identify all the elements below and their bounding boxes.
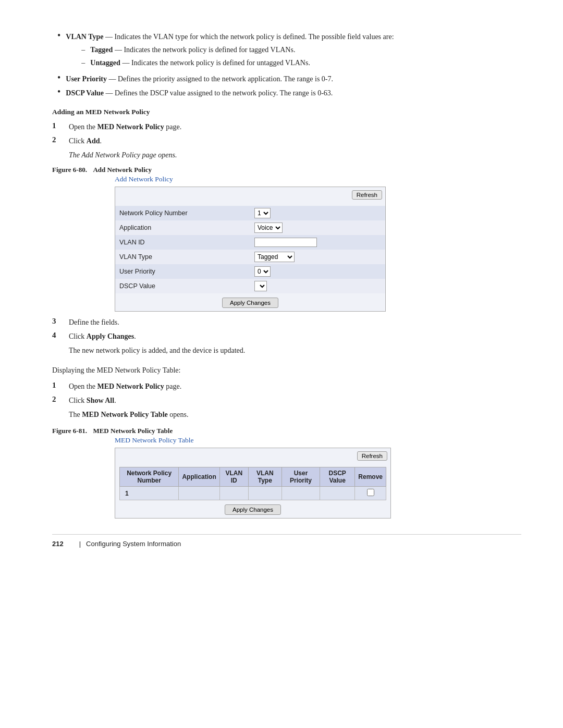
table-header-row: Network Policy Number Application VLAN I…: [120, 467, 386, 487]
col-remove: Remove: [355, 467, 386, 487]
remove-checkbox[interactable]: [367, 489, 374, 496]
bullet-dscp-value-text: DSCP Value — Defines the DSCP value assi…: [66, 88, 333, 98]
vlan-type-label: VLAN Type: [66, 33, 103, 41]
apply-changes-button-2[interactable]: Apply Changes: [225, 504, 281, 515]
vlan-type-form-label: VLAN Type: [115, 250, 250, 264]
col-dscp-value: DSCP Value: [320, 467, 355, 487]
add-policy-form-table: Network Policy Number 1 Application Voic…: [115, 206, 385, 293]
cell-dscp-value: [320, 487, 355, 500]
bullet-dot-3: •: [57, 87, 60, 97]
form-row-policy-number: Network Policy Number 1: [115, 206, 385, 220]
cell-remove[interactable]: [355, 487, 386, 500]
form-row-application: Application Voice: [115, 220, 385, 235]
med-policy-table: Network Policy Number Application VLAN I…: [119, 467, 386, 500]
vlan-type-select[interactable]: Tagged Untagged: [254, 252, 295, 262]
user-priority-label: User Priority: [66, 75, 107, 83]
user-priority-select[interactable]: 0123 4567: [254, 266, 271, 277]
application-select[interactable]: Voice: [254, 223, 283, 233]
refresh-button-add[interactable]: Refresh: [352, 190, 382, 200]
vlan-id-input[interactable]: [254, 238, 317, 247]
vlan-id-label: VLAN ID: [115, 235, 250, 250]
figure80-title: Add Network Policy: [93, 166, 152, 174]
col-vlan-id: VLAN ID: [219, 467, 248, 487]
sub-dash-untagged: –: [81, 57, 85, 68]
vlan-type-desc: Indicates the VLAN type for which the ne…: [115, 33, 394, 41]
dscp-form-label: DSCP Value: [115, 279, 250, 293]
application-control[interactable]: Voice: [250, 220, 385, 235]
form-row-vlan-type: VLAN Type Tagged Untagged: [115, 250, 385, 264]
cell-application: [179, 487, 219, 500]
sub-tagged-text: Tagged — Indicates the network policy is…: [90, 44, 295, 55]
apply-btn-wrap-2: Apply Changes: [115, 500, 390, 518]
col-application: Application: [179, 467, 219, 487]
cell-policy-num: 1: [120, 487, 179, 500]
med-network-policy-widget: Refresh Network Policy Number Applicatio…: [115, 448, 391, 519]
section-heading-add-policy: Adding an MED Network Policy: [52, 108, 521, 116]
dscp-value-label: DSCP Value: [66, 89, 104, 97]
col-vlan-type: VLAN Type: [248, 467, 282, 487]
bullet-user-priority-text: User Priority — Defines the priority ass…: [66, 73, 333, 84]
table-wrapper: Network Policy Number Application VLAN I…: [115, 448, 390, 500]
footer-text: Configuring System Information: [86, 540, 181, 548]
user-priority-form-label: User Priority: [115, 264, 250, 279]
bullet-user-priority: • User Priority — Defines the priority a…: [52, 73, 521, 84]
new-policy-text: The new network policy is added, and the…: [69, 345, 521, 356]
apply-btn-wrap-1: Apply Changes: [115, 293, 385, 311]
col-user-priority: User Priority: [282, 467, 320, 487]
figure81-label: Figure 6-81.: [52, 427, 87, 435]
form-row-vlan-id: VLAN ID: [115, 235, 385, 250]
bullet-dot-1: •: [57, 30, 60, 41]
display-step-1: 1 Open the MED Network Policy page.: [52, 381, 521, 392]
form-row-user-priority: User Priority 0123 4567: [115, 264, 385, 279]
figure81-label-row: Figure 6-81. MED Network Policy Table: [52, 427, 521, 435]
add-subtext: The Add Network Policy page opens.: [69, 150, 521, 161]
footer-separator: |: [79, 540, 81, 548]
table-row: 1: [120, 487, 386, 500]
sub-bullet-untagged: – Untagged — Indicates the network polic…: [81, 57, 394, 68]
page-footer: 212 | Configuring System Information: [52, 540, 521, 548]
add-step-2: 2 Click Add.: [52, 135, 521, 146]
page-divider: [52, 534, 521, 535]
cell-user-priority: [282, 487, 320, 500]
bullet-vlan-type-text: VLAN Type — Indicates the VLAN type for …: [66, 31, 394, 70]
vlan-type-control[interactable]: Tagged Untagged: [250, 250, 385, 264]
sub-dash-tagged: –: [81, 44, 85, 55]
vlan-type-sep: —: [104, 33, 115, 41]
application-label: Application: [115, 220, 250, 235]
policy-number-select[interactable]: 1: [254, 208, 271, 218]
figure81-link[interactable]: MED Network Policy Table: [115, 436, 521, 445]
figure81-title: MED Network Policy Table: [93, 427, 173, 435]
figure80-link[interactable]: Add Network Policy: [115, 175, 521, 183]
form-row-dscp: DSCP Value: [115, 279, 385, 293]
add-step-1: 1 Open the MED Network Policy page.: [52, 121, 521, 132]
cell-vlan-type: [248, 487, 282, 500]
sub-bullet-tagged: – Tagged — Indicates the network policy …: [81, 44, 394, 55]
display-intro: Displaying the MED Network Policy Table:: [52, 365, 521, 376]
dscp-select[interactable]: [254, 281, 267, 291]
sub-untagged-text: Untagged — Indicates the network policy …: [90, 57, 310, 68]
add-network-policy-widget: Refresh Network Policy Number 1 Applicat…: [115, 187, 386, 312]
step-4: 4 Click Apply Changes.: [52, 331, 521, 342]
display-step-2: 2 Click Show All.: [52, 395, 521, 406]
figure80-label: Figure 6-80.: [52, 166, 87, 174]
figure80-label-row: Figure 6-80. Add Network Policy: [52, 166, 521, 174]
policy-number-label: Network Policy Number: [115, 206, 250, 220]
bullet-dot-2: •: [57, 72, 60, 83]
display-subtext: The MED Network Policy Table opens.: [69, 409, 521, 421]
bullet-dscp-value: • DSCP Value — Defines the DSCP value as…: [52, 88, 521, 98]
user-priority-control[interactable]: 0123 4567: [250, 264, 385, 279]
col-policy-number: Network Policy Number: [120, 467, 179, 487]
refresh-button-table[interactable]: Refresh: [357, 451, 387, 461]
policy-number-control[interactable]: 1: [250, 206, 385, 220]
bullet-vlan-type: • VLAN Type — Indicates the VLAN type fo…: [52, 31, 521, 70]
cell-vlan-id: [219, 487, 248, 500]
bullet-section: • VLAN Type — Indicates the VLAN type fo…: [52, 31, 521, 98]
apply-changes-button-1[interactable]: Apply Changes: [222, 298, 278, 308]
vlan-id-control[interactable]: [250, 235, 385, 250]
step-3: 3 Define the fields.: [52, 317, 521, 328]
page-number: 212: [52, 540, 64, 548]
dscp-control[interactable]: [250, 279, 385, 293]
